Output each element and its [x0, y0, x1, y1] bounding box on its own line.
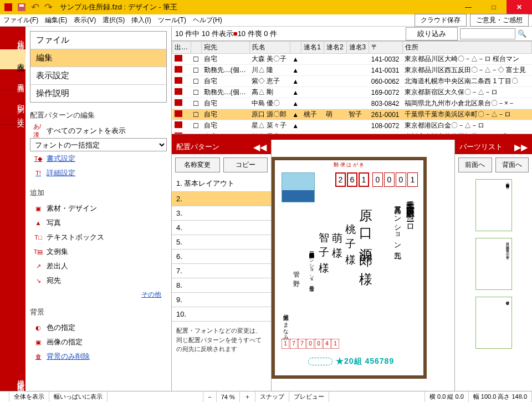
filter-button[interactable]: 絞り込み [406, 27, 458, 40]
sender-addr[interactable]: 東京都練馬区石神井町〇ー富士見マンション×〇三号室 [308, 249, 315, 282]
table-row[interactable]: ☐自宅星△ 菜々子▲108-0072東京都港区白金〇－△－ロ [172, 120, 532, 131]
fit-width-button[interactable]: 幅いっぱいに表示 [49, 391, 108, 402]
table-row[interactable]: ☐自宅大森 美〇子▲141-0032東京都品川区大崎〇－△－ロ 桜台マン [172, 54, 532, 65]
zoom-out-button[interactable]: − [203, 391, 216, 402]
column-header[interactable]: 住所 [402, 42, 531, 54]
add-textbox[interactable]: T□テキストボックス [30, 230, 167, 245]
vtab-extensions[interactable]: 機能拡張 [0, 366, 25, 391]
search-icon[interactable]: 🔍 [518, 29, 526, 38]
detail-link[interactable]: T!詳細設定 [30, 166, 167, 180]
part-thumb[interactable]: 様様様様 [475, 297, 512, 349]
all-fonts-row[interactable]: あ/漢すべてのフォントを表示 [30, 124, 167, 138]
postcard[interactable]: 郵 便 は が き 2610001 千葉県千葉市美浜区幸町〇ー△ーロ 高見台マン… [272, 157, 427, 379]
pattern-row[interactable]: 1. 基本レイアウト [172, 176, 271, 192]
add-photo[interactable]: ▲写真 [30, 216, 167, 230]
postcard-canvas[interactable]: 郵 便 は が き 2610001 千葉県千葉市美浜区幸町〇ー△ーロ 高見台マン… [272, 140, 454, 391]
font-select[interactable]: フォントの一括指定 [30, 138, 167, 151]
recipient-name4[interactable]: 智 子 様 [317, 224, 331, 256]
pattern-row[interactable]: 9. [172, 293, 271, 307]
other-link[interactable]: その他 [30, 288, 167, 299]
nav-edit[interactable]: 編集 [30, 49, 166, 67]
column-header[interactable] [191, 42, 201, 54]
fit-all-button[interactable]: 全体を表示 [9, 391, 49, 402]
front-button[interactable]: 前面へ [458, 157, 492, 172]
preview-toggle[interactable]: プレビュー [289, 391, 329, 402]
format-link[interactable]: T◆書式設定 [30, 151, 167, 166]
menu-file[interactable]: ファイル(F) [3, 16, 38, 25]
sender-note[interactable]: 健太郎 まなみ [282, 310, 289, 338]
pattern-row[interactable]: 7. [172, 264, 271, 278]
recipient-name2[interactable]: 桃 子 様 [344, 216, 358, 247]
menu-insert[interactable]: 挿入(I) [131, 16, 151, 25]
pattern-row[interactable]: 3. [172, 206, 271, 221]
column-header[interactable] [290, 42, 301, 54]
column-header[interactable]: 〒 [369, 42, 402, 54]
pattern-row[interactable]: 6. [172, 250, 271, 264]
expand-icon[interactable]: ▶▶ [514, 142, 528, 152]
address-grid[interactable]: 出…宛先氏名連名1連名2連名3〒住所☐自宅大森 美〇子▲141-0032東京都品… [172, 41, 532, 134]
add-sender[interactable]: ↗差出人 [30, 259, 167, 273]
save-icon[interactable] [16, 1, 28, 13]
menu-help[interactable]: ヘルプ(H) [193, 16, 222, 25]
nav-display[interactable]: 表示設定 [30, 67, 166, 85]
back-button[interactable]: 背面へ [495, 157, 529, 172]
column-header[interactable]: 連名1 [301, 42, 324, 54]
column-header[interactable]: 連名3 [346, 42, 369, 54]
menu-view[interactable]: 表示(V) [74, 16, 96, 25]
vtab-addressbook[interactable]: 住所録 [0, 27, 25, 49]
bg-image[interactable]: ▣画像の指定 [30, 335, 167, 349]
collapse-icon[interactable]: ◀◀ [253, 142, 267, 152]
add-examples[interactable]: T▤文例集 [30, 245, 167, 259]
recipient-addr2[interactable]: 高見台マンション九〇三 [392, 200, 402, 248]
add-material[interactable]: ▣素材・デザイン [30, 201, 167, 216]
splitter[interactable] [172, 134, 532, 140]
copy-button[interactable]: コピー [223, 157, 268, 172]
part-thumb[interactable]: 千葉県千葉市美浜区幸町〇ー△ーロ [475, 179, 512, 231]
stamp-image[interactable] [282, 172, 315, 202]
minimize-button[interactable]: — [456, 0, 481, 14]
table-row[interactable]: ☐勤務先…(個…川△ 隆▲141-0031東京都品川区西五反田〇－△－◇ 富士見 [172, 65, 532, 76]
table-row[interactable]: ☐自宅中島 優〇▲803-0842福岡県北九州市小倉北区泉台〇－×－ [172, 98, 532, 109]
recipient-name3[interactable]: 萌 様 [330, 224, 345, 241]
redo-icon[interactable]: ↷ [42, 1, 54, 13]
barcode[interactable]: ★20組 456789 [308, 357, 418, 367]
table-row[interactable]: ☐勤務先…(個…高△ 剛▲169-0072東京都新宿区大久保〇－△－ロ [172, 87, 532, 98]
menu-select[interactable]: 選択(S) [103, 16, 125, 25]
close-button[interactable]: ✕ [507, 0, 532, 14]
nav-help[interactable]: 操作説明 [30, 85, 166, 102]
column-header[interactable]: 連名2 [324, 42, 346, 54]
pattern-row[interactable]: 8. [172, 278, 271, 293]
part-thumb[interactable]: 原口 源〇郎 桃子 萌 智子 [475, 238, 512, 290]
bg-color[interactable]: ◐色の指定 [30, 320, 167, 335]
maximize-button[interactable]: □ [481, 0, 507, 14]
add-recipient[interactable]: ↘宛先 [30, 273, 167, 288]
column-header[interactable]: 宛先 [202, 42, 249, 54]
recipient-name1[interactable]: 原 口 源〇郎 様 [357, 199, 375, 264]
search-input[interactable] [460, 28, 515, 39]
nav-file[interactable]: ファイル [30, 32, 166, 49]
undo-icon[interactable]: ↶ [29, 1, 41, 13]
column-header[interactable]: 出… [172, 42, 191, 54]
pattern-row[interactable]: 5. [172, 235, 271, 250]
menu-edit[interactable]: 編集(E) [45, 16, 67, 25]
vtab-front[interactable]: 表面 [0, 49, 25, 70]
column-header[interactable]: 氏名 [249, 42, 290, 54]
table-row[interactable]: ☐自宅紫◇ 恵子▲060-0062北海道札幌市中央区南二条西 1 丁目〇 [172, 76, 532, 87]
pattern-row[interactable]: 2. [172, 192, 271, 206]
menu-tools[interactable]: ツール(T) [158, 16, 186, 25]
snap-toggle[interactable]: スナップ [255, 391, 289, 402]
pattern-row[interactable]: 10. [172, 307, 271, 322]
feedback-button[interactable]: ご意見・ご感想 [470, 14, 529, 27]
sender-zip[interactable]: 1770041 [282, 339, 339, 349]
rename-button[interactable]: 名称変更 [175, 157, 220, 172]
recipient-addr1[interactable]: 千葉県千葉市美浜区幸町〇ー△ーロ [405, 194, 416, 229]
zoom-in-button[interactable]: ＋ [240, 391, 255, 402]
vtab-back[interactable]: 裏面 [0, 70, 25, 90]
pattern-row[interactable]: 4. [172, 221, 271, 235]
table-row[interactable]: ☐自宅原口 源〇郎▲桃子萌智子261-0001千葉県千葉市美浜区幸町〇－△－ロ [172, 109, 532, 120]
bg-delete[interactable]: 🗑背景のみ削除 [30, 349, 167, 364]
vtab-print[interactable]: 印刷／注文 [0, 90, 25, 125]
zip-boxes[interactable]: 2610001 [335, 172, 418, 187]
sender-name[interactable]: 管 野 [291, 266, 301, 277]
cloud-save-button[interactable]: クラウド保存 [415, 14, 467, 27]
